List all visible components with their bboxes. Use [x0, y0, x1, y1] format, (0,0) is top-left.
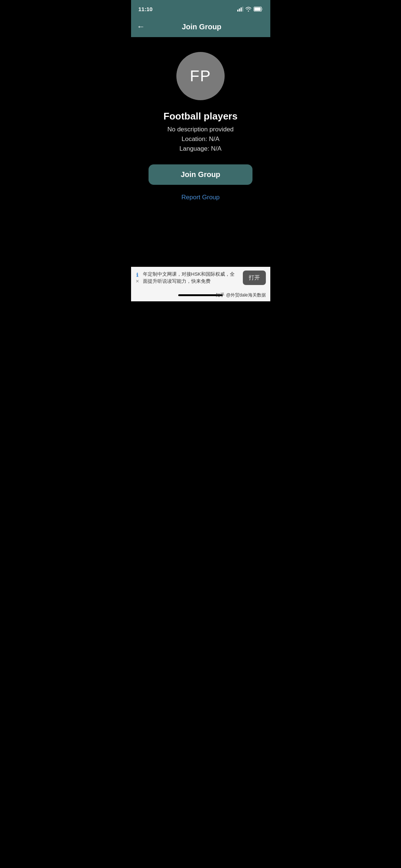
- svg-rect-2: [241, 7, 242, 12]
- battery-icon: [254, 7, 263, 12]
- svg-rect-1: [239, 9, 240, 12]
- ad-banner: ℹ ✕ 年定制中文网课，对接HSK和国际权威，全面提升听说读写能力，快来免费 打…: [131, 267, 270, 289]
- report-group-link[interactable]: Report Group: [182, 194, 220, 201]
- status-time: 11:10: [138, 6, 153, 12]
- bottom-bar: 知乎 @外贸dale海关数据: [131, 289, 270, 301]
- svg-rect-0: [237, 10, 238, 12]
- header: ← Join Group: [131, 16, 270, 37]
- main-content: FP Football players No description provi…: [131, 37, 270, 209]
- bottom-brand: 知乎 @外贸dale海关数据: [216, 292, 265, 298]
- header-title: Join Group: [151, 23, 252, 31]
- svg-rect-3: [242, 7, 243, 12]
- signal-icon: [237, 7, 243, 12]
- ad-text: 年定制中文网课，对接HSK和国际权威，全面提升听说读写能力，快来免费: [143, 271, 239, 284]
- group-language: Language: N/A: [179, 145, 221, 153]
- svg-rect-5: [254, 7, 261, 11]
- status-icons: [237, 7, 263, 12]
- ad-open-button[interactable]: 打开: [243, 271, 266, 285]
- status-bar: 11:10: [131, 0, 270, 16]
- ad-close-icon[interactable]: ✕: [136, 279, 139, 284]
- avatar-initials: FP: [190, 67, 211, 85]
- join-group-button[interactable]: Join Group: [149, 164, 252, 185]
- wifi-icon: [245, 7, 251, 12]
- group-name: Football players: [163, 111, 237, 122]
- ad-info-icon: ℹ: [136, 272, 138, 278]
- group-description: No description provided: [167, 126, 234, 133]
- group-location: Location: N/A: [182, 135, 219, 143]
- group-avatar: FP: [176, 52, 225, 100]
- back-button[interactable]: ←: [137, 20, 148, 33]
